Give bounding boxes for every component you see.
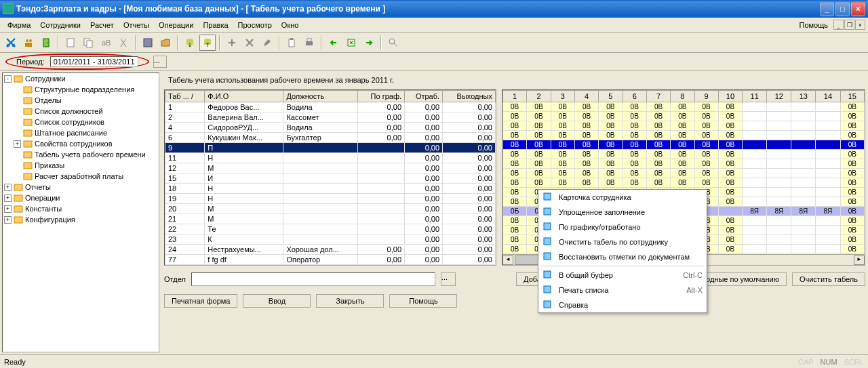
maximize-button[interactable]: □ (835, 2, 850, 16)
bottom-button[interactable]: Ввод (243, 294, 311, 308)
menu-отчеты[interactable]: Отчеты (119, 20, 154, 30)
table-row[interactable]: 20М0,000,00 (165, 204, 496, 214)
tree-item[interactable]: +Конфигурация (3, 214, 159, 225)
day-header[interactable]: 8 (671, 91, 694, 102)
day-header[interactable]: 10 (718, 91, 742, 102)
tree-item[interactable]: Структурные подразделения (3, 84, 159, 95)
tool-cut-icon[interactable] (115, 35, 132, 51)
context-menu-item[interactable]: По графику/отработано (538, 220, 707, 234)
context-menu-item[interactable]: Восстановить отметки по документам (538, 249, 707, 264)
menu-правка[interactable]: Правка (198, 20, 233, 30)
employee-table[interactable]: Таб ... /Ф.И.ОДолжностьПо граф.Отраб.Вых… (164, 89, 496, 266)
day-header[interactable]: 7 (646, 91, 670, 102)
table-row[interactable]: 24Нестрахуемы...Хорошая дол...0,000,000,… (165, 245, 496, 255)
timesheet-row[interactable]: 0В0В0В0В0В0В0В0В0В0В0В (503, 178, 865, 188)
tool-refresh-icon[interactable] (343, 35, 359, 51)
col-header[interactable]: Отраб. (405, 91, 443, 102)
menu-help[interactable]: Помощь (795, 20, 833, 30)
menu-просмотр[interactable]: Просмотр (233, 20, 277, 30)
tree-item[interactable]: -Сотрудники (3, 73, 159, 84)
timesheet-row[interactable]: 0В0В0В0В0В0В0В0В0В0В0В (503, 121, 865, 131)
tree-item[interactable]: Отделы (3, 95, 159, 106)
context-menu-item[interactable]: Карточка сотрудника (538, 190, 707, 205)
tool-db-down-icon[interactable] (199, 35, 216, 51)
tree-item[interactable]: Список должностей (3, 106, 159, 117)
day-header[interactable]: 5 (599, 91, 623, 102)
tree-item[interactable]: Табель учета рабочего времени (3, 149, 159, 160)
table-row[interactable]: 23К0,000,00 (165, 234, 496, 245)
day-header[interactable]: 4 (574, 91, 598, 102)
tree-item[interactable]: +Отчеты (3, 182, 159, 192)
table-row[interactable]: 77f fg dfОператор0,000,000,00 (165, 255, 496, 265)
tool-edit-icon[interactable] (259, 35, 275, 51)
tree-item[interactable]: +Операции (3, 192, 159, 203)
period-input[interactable]: 01/01/2011 - 31/03/2011 (50, 56, 138, 67)
table-row[interactable]: 15И0,000,00 (165, 173, 496, 184)
tree-item[interactable]: Расчет заработной платы (3, 171, 159, 182)
tree-panel[interactable]: -СотрудникиСтруктурные подразделенияОтде… (2, 73, 159, 352)
tool-print-icon[interactable] (301, 35, 317, 51)
tool-open-icon[interactable] (157, 35, 174, 51)
bottom-button[interactable]: Помощь (389, 294, 457, 308)
table-row[interactable]: 22Те0,000,00 (165, 224, 496, 234)
close-button[interactable]: × (851, 2, 865, 16)
mdi-close-button[interactable]: × (855, 20, 865, 30)
timesheet-row[interactable]: 0В0В0В0В0В0В0В0В0В0В0В (503, 140, 865, 150)
tool-db-up-icon[interactable] (182, 35, 198, 51)
day-header[interactable]: 6 (623, 91, 646, 102)
table-row[interactable]: 1Федоров Вас...Водила0,000,000,00 (165, 102, 496, 113)
table-row[interactable]: 2Валерина Вал...Кассомет0,000,000,00 (165, 113, 496, 123)
table-row[interactable]: 19Н0,000,00 (165, 194, 496, 204)
context-menu-item[interactable]: Печать спискаAlt-X (538, 283, 707, 298)
minimize-button[interactable]: _ (820, 2, 834, 16)
tool-delete-icon[interactable] (241, 35, 258, 51)
table-row[interactable]: 11Н0,000,00 (165, 153, 496, 163)
menu-операции[interactable]: Операции (154, 20, 198, 30)
tool-zoom-icon[interactable] (385, 35, 401, 51)
table-row[interactable]: 6Кукушкин Мак...Бухгалтер0,000,000,00 (165, 133, 496, 143)
menu-расчет[interactable]: Расчет (85, 20, 119, 30)
action-button[interactable]: Очистить табель (792, 272, 865, 286)
tree-item[interactable]: +Свойства сотрудников (3, 138, 159, 149)
tool-font-icon[interactable]: аВ (98, 35, 114, 51)
col-header[interactable]: Должность (283, 91, 358, 102)
tree-item[interactable]: Приказы (3, 160, 159, 171)
bottom-button[interactable]: Печатная форма (164, 294, 237, 308)
context-menu-item[interactable]: Очистить табель по сотруднику (538, 234, 707, 249)
tool-clipboard-icon[interactable] (283, 35, 300, 51)
tool-scissors-icon[interactable] (3, 35, 19, 51)
tool-arrow-right-icon[interactable] (361, 35, 377, 51)
timesheet-row[interactable]: 0В0В0В0В0В0В0В0В0В0В0В (503, 131, 865, 140)
table-row[interactable]: 12М0,000,00 (165, 163, 496, 173)
dept-input[interactable] (191, 272, 435, 286)
dept-browse-button[interactable]: ... (441, 272, 456, 286)
tool-save-icon[interactable] (140, 35, 156, 51)
timesheet-row[interactable]: 0В0В0В0В0В0В0В0В0В0В0В (503, 102, 865, 112)
col-header[interactable]: По граф. (358, 91, 405, 102)
timesheet-row[interactable]: 0В0В0В0В0В0В0В0В0В0В0В (503, 159, 865, 169)
col-header[interactable]: Ф.И.О (205, 91, 283, 102)
period-browse-button[interactable]: ... (153, 56, 167, 68)
tree-item[interactable]: +Константы (3, 203, 159, 214)
menu-окно[interactable]: Окно (277, 20, 304, 30)
timesheet-row[interactable]: 0В0В0В0В0В0В0В0В0В0В0В (503, 150, 865, 159)
context-menu-item[interactable]: Упрощенное заполнение (538, 205, 707, 220)
day-header[interactable]: 14 (816, 91, 840, 102)
menu-сотрудники[interactable]: Сотрудники (35, 20, 85, 30)
tool-new-icon[interactable] (62, 35, 79, 51)
tool-add-icon[interactable] (224, 35, 240, 51)
day-header[interactable]: 3 (551, 91, 574, 102)
tool-arrow-left-icon[interactable] (326, 35, 342, 51)
day-header[interactable]: 15 (840, 91, 864, 102)
bottom-button[interactable]: Закрыть (316, 294, 384, 308)
col-header[interactable]: Выходных (443, 91, 496, 102)
tool-people-icon[interactable] (20, 35, 37, 51)
day-header[interactable]: 11 (743, 91, 767, 102)
menu-фирма[interactable]: Фирма (3, 20, 35, 30)
table-row[interactable]: 21М0,000,00 (165, 214, 496, 224)
day-header[interactable]: 13 (791, 91, 816, 102)
timesheet-row[interactable]: 0В0В0В0В0В0В0В0В0В0В0В (503, 169, 865, 178)
day-header[interactable]: 12 (767, 91, 791, 102)
tree-item[interactable]: Штатное расписание (3, 127, 159, 138)
col-header[interactable]: Таб ... / (165, 91, 205, 102)
